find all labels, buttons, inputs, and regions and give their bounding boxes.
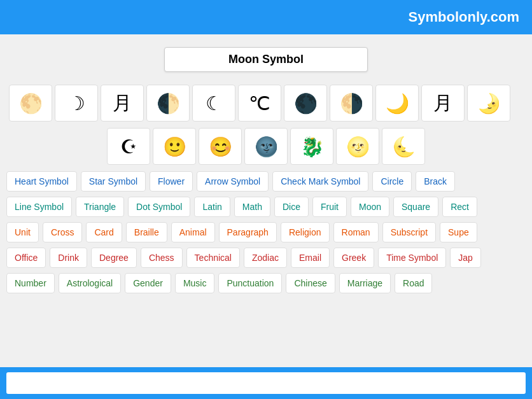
category-row-2: Line SymbolTriangleDot SymbolLatinMathDi… — [6, 197, 526, 217]
symbol-cell[interactable]: 🐉 — [290, 128, 333, 165]
category-button[interactable]: Braille — [126, 222, 167, 242]
symbol-cell[interactable]: 🌚 — [244, 128, 288, 165]
category-button[interactable]: Marriage — [339, 273, 391, 293]
category-button[interactable]: Cross — [43, 222, 83, 242]
category-row-4: OfficeDrinkDegreeChessTechnicalZodiacEma… — [6, 248, 526, 268]
category-button[interactable]: Roman — [333, 222, 379, 242]
category-button[interactable]: Technical — [186, 248, 240, 268]
header: Symbolonly.com — [0, 0, 532, 34]
symbols-row-1: 🌕☽月🌓☾℃🌑🌗🌙月🌛 — [6, 85, 526, 122]
symbol-cell[interactable]: ☾ — [192, 85, 235, 122]
category-button[interactable]: Line Symbol — [6, 197, 72, 217]
categories-section: Heart SymbolStar SymbolFlowerArrow Symbo… — [6, 171, 526, 293]
category-button[interactable]: Animal — [171, 222, 215, 242]
category-button[interactable]: Number — [6, 273, 55, 293]
symbol-cell[interactable]: 🌓 — [146, 85, 190, 122]
symbol-cell[interactable]: 🌗 — [330, 85, 373, 122]
category-button[interactable]: Time Symbol — [378, 248, 446, 268]
site-title: Symbolonly.com — [409, 9, 519, 25]
symbol-cell[interactable]: 🌑 — [284, 85, 327, 122]
category-button[interactable]: Gender — [125, 273, 171, 293]
symbol-cell[interactable]: 🌜 — [382, 128, 425, 165]
category-button[interactable]: Email — [291, 248, 330, 268]
main-content: Moon Symbol 🌕☽月🌓☾℃🌑🌗🌙月🌛 ☪🙂😊🌚🐉🌝🌜 Heart Sy… — [0, 34, 532, 305]
symbol-cell[interactable]: 🌕 — [9, 85, 52, 122]
category-button[interactable]: Chinese — [286, 273, 335, 293]
category-button[interactable]: Office — [6, 248, 46, 268]
symbol-cell[interactable]: 🌛 — [467, 85, 510, 122]
symbol-cell[interactable]: 月 — [101, 85, 144, 122]
category-button[interactable]: Punctuation — [218, 273, 282, 293]
category-row-5: NumberAstrologicalGenderMusicPunctuation… — [6, 273, 526, 293]
category-button[interactable]: Circle — [372, 171, 412, 192]
category-row-3: UnitCrossCardBrailleAnimalParagraphRelig… — [6, 222, 526, 242]
category-button[interactable]: Supe — [440, 222, 477, 242]
symbol-cell[interactable]: 😊 — [199, 128, 242, 165]
symbol-cell[interactable]: 🌙 — [375, 85, 419, 122]
category-button[interactable]: Drink — [50, 248, 87, 268]
category-button[interactable]: Flower — [150, 171, 193, 192]
symbol-cell[interactable]: 月 — [421, 85, 465, 122]
category-button[interactable]: Greek — [333, 248, 374, 268]
symbol-cell[interactable]: 🙂 — [153, 128, 196, 165]
category-button[interactable]: Jap — [450, 248, 481, 268]
category-button[interactable]: Latin — [194, 197, 230, 217]
symbol-cell[interactable]: ℃ — [238, 85, 281, 122]
search-bar-container: Moon Symbol — [6, 47, 526, 72]
symbols-row-2: ☪🙂😊🌚🐉🌝🌜 — [6, 128, 526, 165]
category-button[interactable]: Triangle — [76, 197, 124, 217]
category-button[interactable]: Moon — [351, 197, 389, 217]
search-label[interactable]: Moon Symbol — [164, 47, 368, 72]
symbol-cell[interactable]: ☪ — [107, 128, 150, 165]
category-button[interactable]: Religion — [281, 222, 330, 242]
category-button[interactable]: Rect — [442, 197, 477, 217]
category-button[interactable]: Road — [395, 273, 432, 293]
category-button[interactable]: Dice — [274, 197, 309, 217]
symbol-cell[interactable]: 🌝 — [336, 128, 379, 165]
category-button[interactable]: Fruit — [312, 197, 347, 217]
symbol-cell[interactable]: ☽ — [55, 85, 98, 122]
category-button[interactable]: Dot Symbol — [128, 197, 190, 217]
category-button[interactable]: Star Symbol — [81, 171, 146, 192]
category-button[interactable]: Chess — [141, 248, 183, 268]
category-button[interactable]: Unit — [6, 222, 39, 242]
category-row-1: Heart SymbolStar SymbolFlowerArrow Symbo… — [6, 171, 526, 192]
category-button[interactable]: Check Mark Symbol — [272, 171, 368, 192]
category-button[interactable]: Paragraph — [219, 222, 277, 242]
category-button[interactable]: Astrological — [59, 273, 121, 293]
category-button[interactable]: Math — [234, 197, 270, 217]
category-button[interactable]: Square — [393, 197, 438, 217]
category-button[interactable]: Degree — [91, 248, 137, 268]
category-button[interactable]: Card — [86, 222, 122, 242]
category-button[interactable]: Arrow Symbol — [197, 171, 269, 192]
category-button[interactable]: Heart Symbol — [6, 171, 77, 192]
category-button[interactable]: Brack — [416, 171, 455, 192]
category-button[interactable]: Subscript — [382, 222, 436, 242]
category-button[interactable]: Zodiac — [244, 248, 287, 268]
category-button[interactable]: Music — [175, 273, 215, 293]
